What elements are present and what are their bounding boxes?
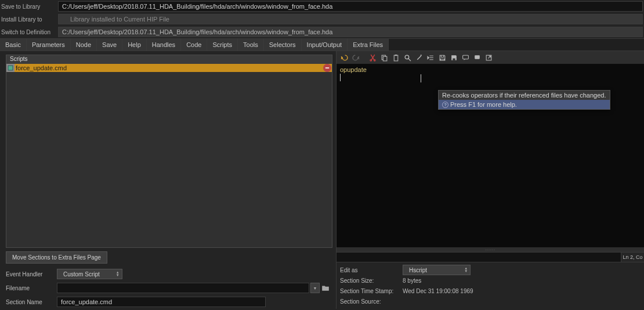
svg-rect-0 bbox=[8, 66, 13, 70]
tab-node[interactable]: Node bbox=[71, 39, 97, 51]
switch-to-definition-label: Switch to Definition bbox=[0, 29, 58, 35]
section-timestamp-label: Section Time Stamp: bbox=[340, 288, 403, 294]
search-icon[interactable] bbox=[403, 53, 412, 62]
script-list-item[interactable]: force_update.cmd bbox=[6, 64, 332, 72]
section-size-value: 8 bytes bbox=[403, 277, 421, 284]
svg-rect-6 bbox=[394, 55, 398, 61]
magic-wand-icon[interactable] bbox=[415, 53, 424, 62]
svg-rect-13 bbox=[475, 55, 480, 59]
cursor-position-status: Ln 2, Co bbox=[621, 253, 644, 262]
external-editor-icon[interactable] bbox=[484, 53, 493, 62]
section-size-label: Section Size: bbox=[340, 277, 403, 284]
editor-toolbar bbox=[337, 51, 644, 64]
svg-point-8 bbox=[405, 55, 409, 59]
redo-icon[interactable] bbox=[352, 53, 360, 62]
paste-icon[interactable] bbox=[392, 53, 400, 62]
section-info: Edit as Hscript ▲▼ Section Size: 8 bytes… bbox=[337, 262, 644, 309]
tab-code[interactable]: Code bbox=[181, 39, 207, 51]
cut-icon[interactable] bbox=[368, 53, 377, 62]
svg-rect-12 bbox=[463, 55, 469, 59]
tab-tools[interactable]: Tools bbox=[238, 39, 264, 51]
dropdown-carets-icon: ▲▼ bbox=[462, 267, 470, 273]
save-b-icon[interactable] bbox=[450, 53, 458, 62]
section-name-label: Section Name bbox=[6, 299, 57, 305]
move-sections-button[interactable]: Move Sections to Extra Files Page bbox=[6, 251, 107, 264]
event-handler-value: Custom Script bbox=[57, 271, 114, 277]
remove-script-icon[interactable] bbox=[323, 64, 331, 72]
chevron-down-icon: ▼ bbox=[313, 286, 317, 290]
script-icon bbox=[6, 64, 15, 72]
tooltip-description: Re-cooks operators if their referenced f… bbox=[439, 91, 610, 100]
filename-input[interactable] bbox=[57, 283, 309, 293]
switch-to-definition-path[interactable]: C:/Users/jeff/Desktop/2018.07.11_HDA_Bui… bbox=[58, 27, 643, 37]
section-source-label: Section Source: bbox=[340, 298, 403, 305]
library-paths: Save to Library C:/Users/jeff/Desktop/20… bbox=[0, 0, 644, 39]
editor-caret bbox=[340, 74, 341, 81]
install-library-to-value[interactable]: Library installed to Current HIP File bbox=[58, 14, 643, 24]
edit-as-label: Edit as bbox=[340, 267, 403, 273]
comment-icon[interactable] bbox=[461, 53, 470, 62]
svg-rect-7 bbox=[395, 55, 397, 56]
section-name-input[interactable]: force_update.cmd bbox=[57, 297, 266, 307]
browse-file-button[interactable] bbox=[321, 283, 330, 293]
scripts-list[interactable]: force_update.cmd bbox=[6, 64, 332, 247]
event-handler-label: Event Handler bbox=[6, 271, 57, 277]
save-icon[interactable] bbox=[438, 53, 447, 62]
svg-rect-1 bbox=[325, 67, 329, 69]
tab-extra-files[interactable]: Extra Files bbox=[348, 39, 389, 51]
help-tooltip: Re-cooks operators if their referenced f… bbox=[438, 90, 610, 110]
help-icon: ? bbox=[442, 102, 448, 108]
edit-as-dropdown[interactable]: Hscript ▲▼ bbox=[403, 265, 471, 275]
tab-basic[interactable]: Basic bbox=[0, 39, 27, 51]
tooltip-help-hint: Press F1 for more help. bbox=[450, 101, 517, 108]
vertical-resize-handle[interactable]: ······ bbox=[337, 247, 644, 252]
tab-selectors[interactable]: Selectors bbox=[264, 39, 302, 51]
editor-line-1: opupdate bbox=[340, 66, 641, 73]
tab-scripts[interactable]: Scripts bbox=[207, 39, 238, 51]
dropdown-carets-icon: ▲▼ bbox=[114, 271, 122, 277]
bubble-icon[interactable] bbox=[473, 53, 482, 62]
svg-line-9 bbox=[408, 59, 411, 61]
filename-label: Filename bbox=[6, 285, 57, 291]
folder-icon bbox=[321, 284, 330, 292]
editor-i-beam bbox=[421, 74, 421, 82]
script-properties-form: Event Handler Custom Script ▲▼ Filename … bbox=[0, 266, 336, 309]
section-timestamp-value: Wed Dec 31 19:00:08 1969 bbox=[403, 288, 473, 294]
undo-icon[interactable] bbox=[340, 53, 349, 62]
tab-handles[interactable]: Handles bbox=[147, 39, 181, 51]
find-bar: Ln 2, Co bbox=[337, 252, 644, 262]
copy-icon[interactable] bbox=[380, 53, 389, 62]
save-to-library-label: Save to Library bbox=[0, 3, 58, 10]
install-library-to-label: Install Library to bbox=[0, 16, 58, 23]
scripts-list-box: Scripts force_update.cmd bbox=[6, 55, 332, 248]
filename-dropdown-button[interactable]: ▼ bbox=[310, 283, 320, 293]
scripts-header: Scripts bbox=[6, 55, 323, 64]
tab-save[interactable]: Save bbox=[97, 39, 122, 51]
outdent-icon[interactable] bbox=[426, 53, 435, 62]
svg-rect-5 bbox=[383, 56, 387, 61]
scripts-pane: Scripts force_update.cmd bbox=[0, 51, 337, 309]
scripts-corner bbox=[323, 55, 332, 64]
script-item-name: force_update.cmd bbox=[15, 64, 323, 71]
find-input[interactable] bbox=[337, 253, 621, 262]
svg-line-10 bbox=[417, 56, 421, 60]
event-handler-dropdown[interactable]: Custom Script ▲▼ bbox=[57, 269, 122, 279]
edit-as-value: Hscript bbox=[403, 267, 462, 273]
tab-input-output[interactable]: Input/Output bbox=[302, 39, 348, 51]
svg-rect-11 bbox=[453, 58, 455, 60]
tab-parameters[interactable]: Parameters bbox=[27, 39, 71, 51]
save-to-library-path[interactable]: C:/Users/jeff/Desktop/2018.07.11_HDA_Bui… bbox=[58, 1, 643, 12]
tabs-bar: Basic Parameters Node Save Help Handles … bbox=[0, 39, 644, 51]
tab-help[interactable]: Help bbox=[122, 39, 147, 51]
